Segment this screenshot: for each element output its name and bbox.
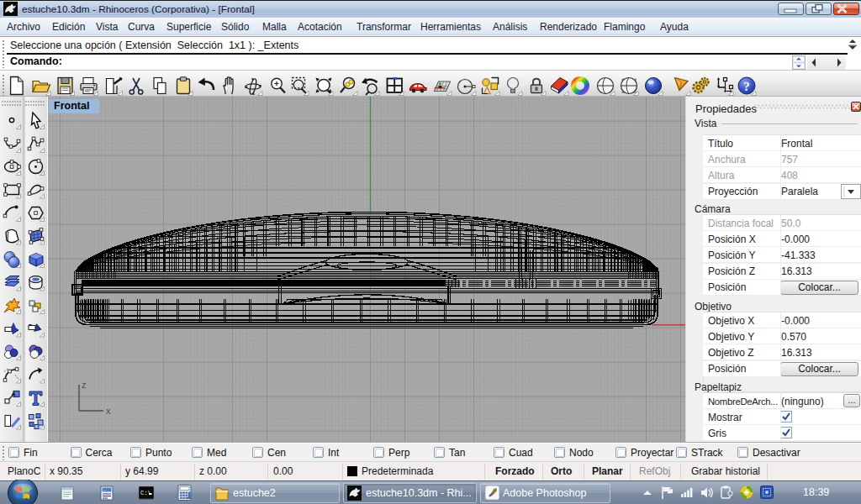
svg-text:?: ? <box>743 80 750 93</box>
svg-text:x: x <box>106 406 111 416</box>
svg-text:z: z <box>82 380 87 390</box>
